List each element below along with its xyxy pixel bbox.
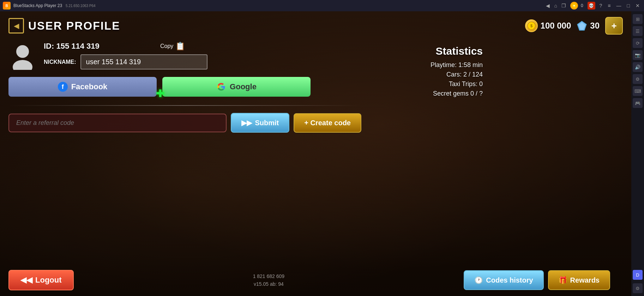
back-nav-icon[interactable]: ◀ [546,3,550,8]
codes-history-icon: 🕐 [474,276,483,284]
game-area: ◀ USER PROFILE $ 100 000 [0,11,631,296]
bs-coin-icon: ● [570,2,578,10]
copy-icon: 📋 [175,42,185,51]
nickname-input[interactable] [80,54,207,70]
bluestacks-logo: B [3,2,11,10]
sidebar-icon-3[interactable]: ⟳ [633,38,643,48]
header: ◀ USER PROFILE $ 100 000 [8,17,623,35]
nickname-label: NICKNAME: [44,59,76,65]
coin-display: $ 100 000 [525,19,571,32]
coin-icon: $ [525,19,538,32]
create-code-label: + Create code [304,119,351,127]
coin-amount: 100 000 [541,21,571,31]
codes-history-label: Codes history [486,276,533,284]
google-label: Google [230,82,257,91]
help-icon[interactable]: ? [598,3,604,8]
logout-icon: ◀◀ [20,276,32,285]
create-code-button[interactable]: + Create code [294,113,361,133]
svg-point-5 [16,45,29,58]
diamond-amount: 30 [590,21,600,31]
submit-button[interactable]: ▶▶ Submit [231,113,289,133]
codes-history-button[interactable]: 🕐 Codes history [464,270,543,290]
svg-text:$: $ [530,24,532,28]
menu-icon[interactable]: ≡ [606,3,612,8]
facebook-label: Facebook [71,82,108,91]
page-title: USER PROFILE [28,19,120,32]
bs-skull-icon: 💀 [588,2,595,10]
sidebar-icon-6[interactable]: ⚙ [633,74,643,84]
sidebar-icon-2[interactable]: ☰ [633,26,643,36]
diamond-display: 30 [577,20,600,31]
bottom-bar: ◀◀ Logout 1 821 682 609 v15.05 ab: 94 🕐 … [8,270,610,290]
facebook-logo: f [58,82,68,92]
rewards-button[interactable]: 🎁 Rewards [548,270,610,290]
google-button[interactable]: Google [162,77,311,97]
sidebar-icon-5[interactable]: 🔊 [633,62,643,72]
maximize-icon[interactable]: □ [626,3,631,8]
sidebar-icon-1[interactable]: ⊞ [633,14,643,24]
discord-icon[interactable]: D [633,270,643,280]
profile-details: ID: 155 114 319 NICKNAME: [44,42,361,70]
avatar [8,42,37,70]
secret-gems-stat: Secret gems 0 / ? [370,90,483,97]
titlebar-right: ● 0 💀 ? ≡ — □ ✕ [570,2,641,10]
close-icon[interactable]: ✕ [634,3,641,8]
avatar-icon [8,42,37,70]
version-text: v15.05 ab: 94 [253,280,285,288]
header-left: ◀ USER PROFILE [8,18,120,34]
social-buttons: f Facebook Google [8,77,361,97]
facebook-button[interactable]: f Facebook [8,77,157,97]
bs-coin-count: 0 [581,3,583,8]
bottom-right-buttons: 🕐 Codes history 🎁 Rewards [464,270,610,290]
right-sidebar: ⊞ ☰ ⟳ 📷 🔊 ⚙ ⌨ 🎮 D ⚙ [631,11,644,296]
cars-stat: Cars: 2 / 124 [370,71,483,78]
logout-button[interactable]: ◀◀ Logout [8,270,74,290]
submit-icon: ▶▶ [241,119,252,127]
nickname-row: NICKNAME: [44,54,361,70]
app-title: BlueStacks App Player 23 5.21.650.1063 P… [13,3,542,8]
sidebar-icon-4[interactable]: 📷 [633,50,643,60]
referral-code-input[interactable] [8,114,227,132]
statistics-title: Statistics [370,45,483,57]
header-right: $ 100 000 30 + [525,17,623,35]
diamond-icon [577,20,587,31]
add-currency-button[interactable]: + [605,17,623,35]
content-area: ID: 155 114 319 NICKNAME: Copy 📋 [8,42,623,140]
sidebar-icon-7[interactable]: ⌨ [633,86,643,96]
divider [8,105,361,106]
playtime-stat: Playtime: 1:58 min [370,61,483,69]
copy-button[interactable]: Copy 📋 [160,42,185,51]
back-button[interactable]: ◀ [8,18,24,34]
green-plus-indicator: ✚ [156,88,164,99]
nav-icons: ◀ ⌂ ❐ [546,3,566,8]
statistics-panel: Statistics Playtime: 1:58 min Cars: 2 / … [370,42,483,99]
sidebar-icon-8[interactable]: 🎮 [633,98,643,108]
taxi-trips-stat: Taxi Trips: 0 [370,80,483,88]
window-nav-icon[interactable]: ❐ [561,3,566,8]
sidebar-icon-settings[interactable]: ⚙ [633,283,643,293]
minimize-icon[interactable]: — [615,3,623,8]
version-info: 1 821 682 609 v15.05 ab: 94 [253,272,285,288]
submit-label: Submit [255,119,279,127]
main-panel: ◀ USER PROFILE $ 100 000 [0,11,631,296]
rewards-icon: 🎁 [559,276,567,284]
titlebar: B BlueStacks App Player 23 5.21.650.1063… [0,0,644,11]
user-id: ID: 155 114 319 [44,42,361,51]
home-nav-icon[interactable]: ⌂ [554,3,557,8]
profile-panel: ID: 155 114 319 NICKNAME: Copy 📋 [8,42,361,140]
svg-point-6 [13,60,32,70]
copy-label: Copy [160,43,173,49]
referral-row: ▶▶ Submit + Create code [8,113,361,133]
rewards-label: Rewards [570,276,600,284]
logout-label: Logout [35,276,62,285]
google-logo [216,82,226,92]
player-id: 1 821 682 609 [253,272,285,280]
